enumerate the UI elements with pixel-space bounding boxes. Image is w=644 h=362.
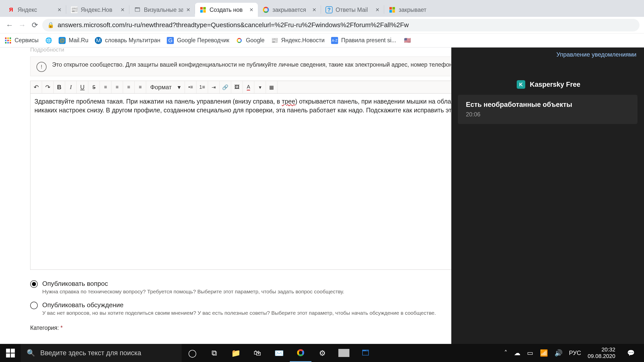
tab-visual[interactable]: 🗔 Визуальные зак ✕	[129, 3, 195, 17]
volume-icon[interactable]: 🔊	[554, 349, 562, 357]
file-explorer-button[interactable]: 📁	[225, 344, 247, 362]
more-button[interactable]: ▾	[254, 81, 266, 93]
google-icon	[236, 37, 243, 44]
redo-button[interactable]: ↷	[42, 81, 54, 93]
number-list-button[interactable]: 1≡	[196, 81, 208, 93]
font-color-button[interactable]: A	[243, 81, 254, 93]
multitran-icon: М	[95, 37, 102, 44]
task-view-button[interactable]: ⧉	[203, 344, 225, 362]
bookmark-multitran[interactable]: М словарь Мультитран	[95, 37, 160, 44]
bullet-list-button[interactable]: •≡	[185, 81, 196, 93]
mailru-icon: @	[59, 37, 66, 44]
indent-button[interactable]: ⇥	[208, 81, 220, 93]
bookmark-label: Яндекс.Новости	[281, 37, 325, 44]
tab-yandex[interactable]: Я Яндекс ✕	[3, 3, 66, 17]
close-icon[interactable]: ✕	[312, 7, 317, 13]
close-icon[interactable]: ✕	[186, 7, 191, 13]
apps-button[interactable]: Сервисы	[5, 37, 38, 44]
yandex-news-icon: 📰	[71, 6, 78, 13]
tab-google-search[interactable]: закрывается ✕	[258, 3, 321, 17]
body-spellerror: трее	[282, 98, 295, 105]
bookmark-label: Mail.Ru	[69, 37, 88, 44]
radio-icon[interactable]	[30, 302, 38, 309]
bold-button[interactable]: B	[54, 81, 65, 93]
close-icon[interactable]: ✕	[249, 7, 254, 13]
radio-icon[interactable]	[30, 280, 38, 288]
language-indicator[interactable]: РУС	[569, 349, 581, 356]
yandex-news-icon: 📰	[271, 37, 278, 44]
align-right-button[interactable]: ≡	[123, 81, 135, 93]
action-center-button[interactable]: 💬	[623, 344, 638, 362]
terminal-button[interactable]	[333, 344, 355, 362]
tab-title: закрывает	[399, 7, 426, 13]
underline-button[interactable]: U	[77, 81, 88, 93]
image-button[interactable]: 🖼	[231, 81, 243, 93]
microsoft-icon	[389, 6, 396, 13]
notification-title: Есть необработанные объекты	[466, 101, 629, 109]
italic-button[interactable]: I	[65, 81, 77, 93]
chevron-down-icon: ▾	[178, 84, 181, 91]
page-icon: 🗔	[134, 6, 141, 13]
tab-yandex-news[interactable]: 📰 Яндекс.Нов ✕	[66, 3, 129, 17]
tab-title: Визуальные зак	[144, 7, 183, 13]
url-text: answers.microsoft.com/ru-ru/newthread?th…	[58, 21, 409, 29]
microsoft-icon	[199, 6, 207, 13]
format-select[interactable]: Формат ▾	[146, 81, 185, 93]
taskbar-search[interactable]: 🔍 Введите здесь текст для поиска	[21, 344, 182, 362]
bookmark-gtranslate[interactable]: G Google Переводчик	[167, 37, 229, 44]
format-label: Формат	[150, 84, 172, 91]
flag-icon: 🇺🇸	[404, 37, 411, 44]
bookmark-globe[interactable]: 🌐	[45, 37, 52, 44]
strike-button[interactable]: S̶	[88, 81, 100, 93]
mail-button[interactable]: ✉️	[268, 344, 290, 362]
ms-store-button[interactable]: 🛍	[247, 344, 268, 362]
category-label-text: Категория:	[30, 325, 59, 331]
bookmark-present[interactable]: A‑Z Правила present si...	[331, 37, 396, 44]
settings-button[interactable]: ⚙	[311, 344, 333, 362]
bookmark-ynews[interactable]: 📰 Яндекс.Новости	[271, 37, 325, 44]
onedrive-icon[interactable]: ☁	[514, 349, 520, 357]
start-button[interactable]	[0, 344, 21, 362]
tab-title: Ответы Mail	[336, 7, 372, 13]
tray-chevron-up-icon[interactable]: ˄	[504, 349, 507, 357]
windows-icon	[6, 349, 15, 357]
undo-button[interactable]: ↶	[30, 81, 42, 93]
bookmarks-bar: Сервисы 🌐 @ Mail.Ru М словарь Мультитран…	[0, 33, 644, 48]
action-center: Управление уведомлениями K Kaspersky Fre…	[451, 48, 644, 344]
clock-date: 09.08.2020	[588, 353, 615, 359]
bookmark-more[interactable]: 🇺🇸	[404, 37, 411, 44]
option-subtitle: У вас нет вопросов, но вы хотите поделит…	[42, 310, 436, 316]
forward-button[interactable]: →	[17, 20, 27, 30]
align-left-button[interactable]: ≡	[100, 81, 111, 93]
notification-time: 20:06	[466, 111, 629, 118]
clock[interactable]: 20:32 09.08.2020	[588, 346, 615, 360]
notification-card[interactable]: Есть необработанные объекты 20:06	[458, 95, 637, 124]
close-icon[interactable]: ✕	[375, 7, 380, 13]
align-center-button[interactable]: ≡	[111, 81, 123, 93]
browser-toolbar: ← → ⟳ 🔒 answers.microsoft.com/ru-ru/newt…	[0, 17, 644, 33]
lock-icon: 🔒	[47, 22, 54, 28]
align-justify-button[interactable]: ≡	[135, 81, 146, 93]
google-icon	[262, 6, 269, 13]
cortana-button[interactable]: ◯	[182, 344, 203, 362]
back-button[interactable]: ←	[5, 20, 15, 30]
table-button[interactable]: ▦	[266, 81, 277, 93]
bookmark-label: Правила present si...	[341, 37, 396, 44]
reload-button[interactable]: ⟳	[30, 20, 40, 30]
info-icon: !	[36, 62, 47, 72]
address-bar[interactable]: 🔒 answers.microsoft.com/ru-ru/newthread?…	[42, 19, 639, 31]
bookmark-google[interactable]: Google	[236, 37, 264, 44]
close-icon[interactable]: ✕	[57, 7, 62, 13]
tab-create-new[interactable]: Создать нов ✕	[195, 3, 258, 17]
tab-ms-2[interactable]: закрывает	[384, 3, 430, 17]
bookmark-mailru[interactable]: @ Mail.Ru	[59, 37, 88, 44]
close-icon[interactable]: ✕	[120, 7, 126, 13]
tab-mailru-answers[interactable]: ? Ответы Mail ✕	[321, 3, 384, 17]
taskbar-apps: ◯ ⧉ 📁 🛍 ✉️ ⚙ 🗔	[182, 344, 376, 362]
manage-notifications-link[interactable]: Управление уведомлениями	[451, 48, 644, 62]
wifi-icon[interactable]: 📶	[540, 349, 548, 357]
chrome-button[interactable]	[290, 344, 311, 362]
app-button[interactable]: 🗔	[355, 344, 376, 362]
battery-icon[interactable]: ▭	[527, 349, 533, 357]
link-button[interactable]: 🔗	[220, 81, 231, 93]
